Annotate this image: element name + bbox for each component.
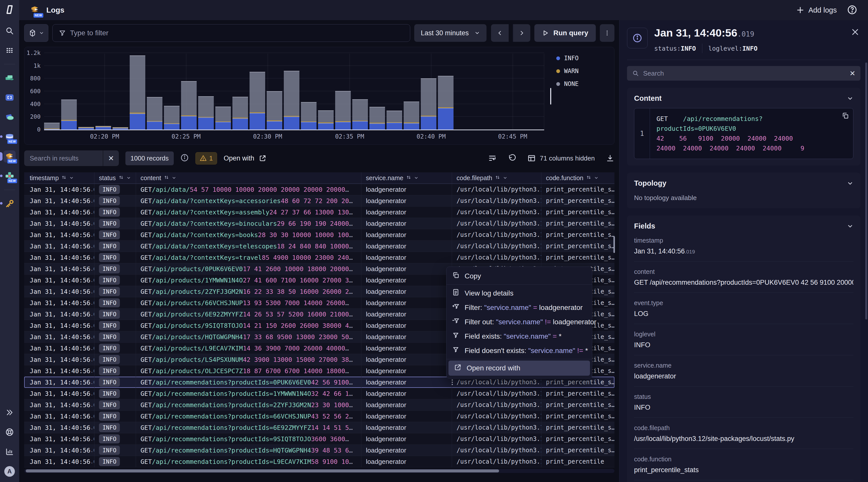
histogram-bar[interactable] [113,127,128,129]
column-header-content[interactable]: content [136,172,361,183]
table-row[interactable]: Jan 31, 14:40:56.019INFOGET /api/recomme… [24,422,614,433]
histogram-bar[interactable] [267,91,282,129]
run-query-button[interactable]: Run query [534,24,596,42]
download-icon[interactable] [606,154,614,162]
query-more-options-icon[interactable] [600,24,614,42]
histogram-bar[interactable] [318,110,334,129]
histogram-bar[interactable] [284,71,300,129]
table-row[interactable]: Jan 31, 14:40:56.019INFOGET /api/data/?c… [24,229,614,241]
menu-item-copy[interactable]: Copy [446,269,592,283]
table-row[interactable]: Jan 31, 14:40:56.019INFOGET /api/recomme… [24,456,614,468]
sidebar-item-search[interactable] [3,25,16,37]
menu-item-filter[interactable]: Filter: "service.name" = loadgenerator [446,300,592,315]
histogram-bar[interactable] [438,76,454,129]
sidebar-item-support[interactable] [3,426,16,438]
chevron-down-icon[interactable] [847,95,854,102]
histogram-bar[interactable] [352,99,368,129]
tab-logs[interactable]: NEW Logs [30,4,64,16]
detail-search-clear-icon[interactable]: ✕ [849,69,856,78]
table-row[interactable]: Jan 31, 14:40:56.019INFOGET /api/recomme… [24,399,614,411]
chevron-down-icon[interactable] [172,174,176,182]
chart-scrollbar[interactable] [550,88,551,104]
histogram-bar[interactable] [78,127,94,129]
sort-icon[interactable] [118,174,124,182]
sidebar-item-logs[interactable]: NEW [3,150,16,162]
menu-item-open-record-with[interactable]: Open record with [448,361,590,376]
histogram-bar[interactable] [301,102,316,129]
sort-icon[interactable] [406,174,411,182]
sidebar-item-expand[interactable] [3,406,16,419]
time-range-select[interactable]: Last 30 minutes [414,24,487,42]
histogram-bar[interactable] [44,123,60,129]
avatar[interactable]: A [3,465,16,478]
chevron-down-icon[interactable] [847,180,854,187]
menu-item-view-log-details[interactable]: View log details [446,286,592,300]
table-row[interactable]: Jan 31, 14:40:56.019INFOGET /api/recomme… [24,445,614,456]
menu-item-field-exists[interactable]: Field exists: "service.name" = * [446,329,592,343]
column-header-service.name[interactable]: service.name [361,172,452,183]
table-vertical-scrollbar[interactable] [613,236,615,253]
table-row[interactable]: Jan 31, 14:40:56.019INFOGET /api/data/ 5… [24,184,614,195]
column-header-code.function[interactable]: code.function [541,172,614,183]
histogram-bar[interactable] [198,96,214,129]
table-row[interactable]: Jan 31, 14:40:56.019INFOGET /api/recomme… [24,433,614,445]
clear-search-icon[interactable]: ✕ [103,150,119,166]
panel-scrollbar[interactable] [865,62,867,320]
warning-count-badge[interactable]: 1 [195,152,217,164]
filter-input[interactable] [70,29,404,37]
time-next-button[interactable] [513,24,530,42]
table-row[interactable]: Jan 31, 14:40:56.019INFOGET /api/data/?c… [24,241,614,252]
column-header-code.filepath[interactable]: code.filepath [452,172,541,183]
table-row[interactable]: Jan 31, 14:40:56.019INFOGET /api/data/?c… [24,207,614,218]
column-header-timestamp[interactable]: timestamp [24,172,94,183]
add-logs-button[interactable]: Add logs [796,6,837,14]
columns-hidden-button[interactable]: 71 columns hidden [527,154,595,162]
histogram-bar[interactable] [369,107,385,129]
chevron-down-icon[interactable] [126,174,131,182]
histogram-bar[interactable] [95,126,111,129]
table-horizontal-scrollbar[interactable] [24,469,614,473]
time-prev-button[interactable] [491,24,509,42]
reset-icon[interactable] [508,154,516,162]
legend-item-none[interactable]: NONE [556,80,579,87]
sidebar-item-apps-grid[interactable] [3,44,16,56]
column-header-status[interactable]: status [94,172,136,183]
histogram-bar[interactable] [421,78,436,129]
wrap-lines-icon[interactable] [488,154,497,162]
histogram-bar[interactable] [404,101,419,129]
sort-icon[interactable] [495,174,500,182]
table-row[interactable]: Jan 31, 14:40:56.019INFOGET /api/data/?c… [24,252,614,263]
sidebar-item-metrics[interactable]: NEW [3,131,16,143]
chevron-down-icon[interactable] [414,174,418,182]
info-icon[interactable] [180,153,189,163]
chevron-down-icon[interactable] [847,223,854,230]
row-actions-icon[interactable] [448,378,457,387]
sidebar-item-services[interactable] [3,111,16,123]
sidebar-item-traces[interactable] [3,91,16,103]
histogram-bar[interactable] [215,107,231,129]
sidebar-item-dashboards[interactable] [3,72,16,84]
close-panel-icon[interactable] [851,28,860,37]
sidebar-item-usage[interactable] [3,446,16,458]
copy-icon[interactable] [842,112,849,120]
menu-item-filter-out[interactable]: Filter out: "service.name" != loadgenera… [446,315,592,329]
histogram-bar[interactable] [335,91,351,129]
help-icon[interactable] [847,4,858,16]
chevron-down-icon[interactable] [594,174,598,182]
histogram-bar[interactable] [232,97,248,129]
histogram-bar[interactable] [164,106,180,129]
detail-search-input[interactable] [643,69,845,77]
table-row[interactable]: Jan 31, 14:40:56.019INFOGET /api/data/?c… [24,195,614,207]
histogram-bar[interactable] [181,81,197,130]
legend-item-warn[interactable]: WARN [556,67,579,74]
table-row[interactable]: Jan 31, 14:40:56.019INFOGET /api/recomme… [24,388,614,399]
histogram-bar[interactable] [147,97,162,129]
query-type-button[interactable] [24,24,48,42]
histogram-bar[interactable] [61,99,77,129]
histogram-bar[interactable] [250,72,265,129]
menu-item-field-not-exists[interactable]: Field doesn't exists: "service.name" != … [446,343,592,358]
search-in-results-input[interactable] [24,150,103,166]
open-with-button[interactable]: Open with [224,154,267,162]
sort-icon[interactable] [586,174,591,182]
histogram-plot[interactable]: 02004006008001k1.2k02:20 PM02:25 PM02:30… [44,54,544,130]
